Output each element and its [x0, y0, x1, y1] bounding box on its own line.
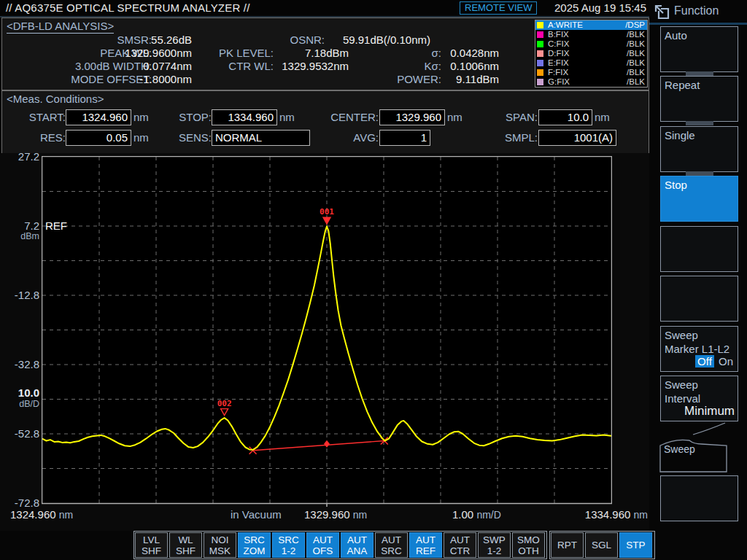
dfb-analysis-heading: <DFB-LD ANALYSIS> [7, 20, 114, 34]
trace-row-g[interactable]: G:FIX/BLK [535, 77, 647, 87]
toolbar-aut-ana[interactable]: AUTANA [341, 532, 374, 558]
span-field[interactable]: 10.0 [538, 109, 592, 125]
trace-row-c[interactable]: C:FIX/BLK [535, 39, 647, 49]
avg-field[interactable]: 1 [379, 130, 430, 146]
start-field[interactable]: 1324.960 [66, 109, 131, 125]
toolbar-wl-shf[interactable]: WLSHF [169, 532, 202, 558]
function-header: Function [649, 1, 747, 22]
trace-name: A:WRITE [548, 20, 583, 30]
toolbar-label: SGL [592, 540, 611, 551]
toolbar-noi-msk[interactable]: NOIMSK [204, 532, 236, 558]
toolbar-label-line1: AUT [347, 534, 367, 545]
toolbar-aut-ofs[interactable]: AUTOFS [306, 532, 339, 558]
smpl-label: SMPL: [505, 131, 538, 144]
trace-status: /BLK [627, 39, 645, 49]
analysis-label: SMSR: [117, 34, 152, 46]
sweep-marker-off-toggle[interactable]: Off [695, 355, 714, 368]
trace-row-a[interactable]: A:WRITE/DSP [535, 20, 647, 30]
softkey-single[interactable]: Single [660, 126, 738, 172]
sens-field[interactable]: NORMAL [212, 130, 310, 146]
sidebar-separator [649, 23, 747, 25]
function-icon [654, 4, 673, 23]
trace-name: B:FIX [548, 30, 569, 39]
trace-row-e[interactable]: E:FIX/BLK [535, 58, 647, 68]
trace-color-swatch [537, 69, 543, 76]
y-tick-label: -32.8 [15, 358, 39, 370]
toolbar-label-line1: SMO [517, 534, 540, 545]
toolbar-swp-1-2[interactable]: SWP1-2 [478, 532, 511, 558]
trace-name: D:FIX [548, 49, 569, 58]
toolbar-src-1-2[interactable]: SRC1-2 [272, 532, 305, 558]
analysis-value: 7.18dBm [305, 47, 349, 59]
toolbar-stp[interactable]: STP [619, 532, 652, 558]
res-field[interactable]: 0.05 [66, 130, 131, 146]
sweep-interval-value: Minimum [684, 404, 735, 418]
y-tick-label: -12.8 [15, 289, 39, 301]
toolbar-aut-ref[interactable]: AUTREF [409, 532, 442, 558]
datetime-display: 2025 Aug 19 15:45 [554, 1, 646, 14]
sens-label: SENS: [179, 131, 212, 144]
trace-color-swatch [537, 41, 543, 47]
toolbar-src-zom[interactable]: SRCZOM [238, 532, 271, 558]
sweep-marker-line1: Sweep [665, 328, 734, 342]
toolbar-label-line2: OFS [313, 545, 333, 556]
analysis-value: 0.0428nm [450, 47, 499, 59]
toolbar-label: STP [626, 540, 645, 551]
toolbar-rpt[interactable]: RPT [551, 532, 584, 558]
span-unit: nm [595, 111, 610, 123]
avg-label: AVG: [353, 131, 379, 144]
trace-status: /DSP [625, 20, 645, 30]
y-axis-unit: dBm [20, 231, 39, 241]
trace-color-swatch [537, 50, 543, 57]
analysis-value: 1329.9600nm [125, 47, 192, 59]
toolbar-label-line2: OTH [518, 545, 539, 556]
toolbar-label-line1: SRC [244, 534, 265, 545]
x-axis-left-label: 1324.960 nm [10, 508, 73, 521]
toolbar-label-line1: WL [178, 534, 193, 545]
trace-name: F:FIX [548, 68, 568, 77]
y-tick-label: 7.2 [24, 219, 39, 232]
toolbar-label-line1: NOI [211, 534, 228, 545]
toolbar-label-line1: LVL [143, 534, 160, 545]
trace-name: C:FIX [548, 39, 569, 49]
softkey-sidebar: Function Auto Repeat Single Stop Sweep M… [649, 0, 747, 560]
toolbar-label-line2: REF [416, 545, 436, 556]
x-scale-label: 1.00 nm/D [452, 508, 501, 521]
y-scale-value: 10.0 [18, 386, 39, 399]
y-tick-label: 27.2 [18, 150, 39, 163]
softkey-blank-3[interactable] [660, 475, 738, 521]
analysis-value: 55.26dB [151, 34, 192, 46]
stop-field[interactable]: 1334.960 [212, 109, 277, 125]
toolbar-aut-ctr[interactable]: AUTCTR [444, 532, 476, 558]
softkey-sweep-marker[interactable]: Sweep Marker L1-L2 Off On [660, 326, 738, 372]
softkey-auto[interactable]: Auto [660, 26, 738, 72]
toolbar-label-line2: SRC [381, 545, 402, 556]
softkey-sweep-interval[interactable]: Sweep Interval Minimum [660, 376, 738, 421]
center-field[interactable]: 1329.960 [379, 109, 445, 125]
smpl-field[interactable]: 1001(A) [538, 130, 616, 146]
softkey-blank-2[interactable] [660, 276, 738, 322]
toolbar-smo-oth[interactable]: SMOOTH [512, 532, 545, 558]
softkey-blank-1[interactable] [660, 226, 738, 272]
toolbar-label-line2: MSK [209, 545, 231, 556]
toolbar-label-line2: SHF [142, 545, 161, 556]
meas-conditions-heading: <Meas. Conditions> [7, 93, 104, 105]
trace-row-d[interactable]: D:FIX/BLK [535, 49, 647, 58]
medium-label: in Vacuum [231, 508, 282, 521]
analysis-label: 3.00dB WIDTH: [75, 60, 152, 72]
softkey-repeat[interactable]: Repeat [660, 76, 738, 122]
softkey-stop[interactable]: Stop [660, 176, 738, 222]
spectrum-plot: 001002 [42, 156, 612, 508]
toolbar-lvl-shf[interactable]: LVLSHF [135, 532, 168, 558]
spectrum-chart-section: 001002 27.27.2dBm-12.8-32.8-52.8-72.810.… [0, 153, 649, 531]
center-label: CENTER: [330, 111, 379, 123]
sweep-group-label: Sweep [664, 443, 695, 455]
toolbar-aut-src[interactable]: AUTSRC [375, 532, 408, 558]
trace-legend: A:WRITE/DSPB:FIX/BLKC:FIX/BLKD:FIX/BLKE:… [535, 20, 648, 88]
trace-name: E:FIX [548, 58, 569, 68]
toolbar-label-line1: AUT [313, 534, 333, 545]
trace-row-f[interactable]: F:FIX/BLK [535, 68, 647, 77]
trace-row-b[interactable]: B:FIX/BLK [535, 30, 647, 39]
toolbar-sgl[interactable]: SGL [585, 532, 618, 558]
sweep-marker-on-toggle[interactable]: On [717, 355, 735, 368]
